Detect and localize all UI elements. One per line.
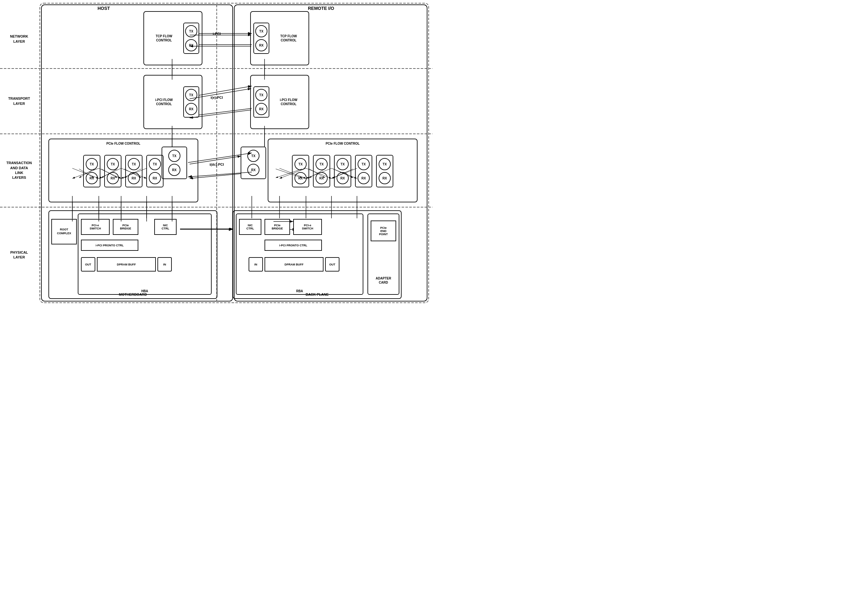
layer-physical: PHYSICALLAYER	[0, 209, 38, 301]
root-complex: ROOTCOMPLEX	[51, 219, 77, 244]
txrx-host-4-tx: TX	[149, 158, 161, 170]
txrx-remote-1-tx: TX	[294, 158, 307, 170]
adapter-card: PCIeENDPOINT ADAPTERCARD	[368, 214, 399, 295]
txrx-remote-5-tx: TX	[379, 158, 391, 170]
txrx-remote-2-rx: RX	[316, 172, 328, 184]
txrx-remote-4-tx: TX	[358, 158, 370, 170]
tcp-flow-host: TCP FLOWCONTROL TX RX	[143, 11, 202, 65]
tcp-flow-remote: TX RX TCP FLOWCONTROL	[250, 11, 309, 65]
ipci-flow-host: i-PCI FLOWCONTROL TX RX	[143, 75, 202, 129]
diagram-container: NETWORKLAYER TRANSPORTLAYER TRANSACTIONA…	[0, 0, 432, 308]
dpram-buff-remote: DPRAM BUFF	[264, 257, 324, 272]
ipci-pronto-remote: i-PCI PRONTO CTRL	[264, 240, 322, 251]
pcie-flow-remote: PCIe FLOW CONTROL TX RX TX RX TX RX TX R…	[268, 138, 418, 202]
out-host: OUT	[81, 257, 95, 272]
in-remote: IN	[248, 257, 263, 272]
host-title: HOST	[96, 6, 112, 11]
layer-transport: TRANSPORTLAYER	[0, 70, 38, 132]
txrx-host-4-rx: RX	[149, 172, 161, 184]
dpram-buff-host: DPRAM BUFF	[97, 257, 156, 272]
backplane-box: BACK PLANE RBA NICCTRL PCIeBRIDGE PCI-eS…	[233, 210, 402, 299]
idc-pci-label: i(dc)-PCI	[209, 162, 224, 167]
txrx-remote-5-rx: RX	[379, 172, 391, 184]
in-host: IN	[157, 257, 172, 272]
txrx-host-2-tx: TX	[107, 158, 119, 170]
pcie-endpoint: PCIeENDPOINT	[371, 220, 396, 241]
motherboard-box: MOTHERBOARD HBA ROOTCOMPLEX PCI-eSWITCH …	[49, 210, 217, 299]
txrx-host-2-rx: RX	[107, 172, 119, 184]
pcie-middle-txrx: TX RX	[162, 146, 187, 179]
txrx-remote-3-tx: TX	[337, 158, 349, 170]
pcie-bridge-remote: PCIeBRIDGE	[264, 219, 290, 235]
ipci-label: i-PCI	[212, 32, 220, 36]
txrx-host-1-tx: TX	[86, 158, 98, 170]
pcie-switch-remote: PCI-eSWITCH	[293, 219, 322, 235]
ipci-flow-remote: TX RX i-PCI FLOWCONTROL	[250, 75, 309, 129]
ipci-pronto-host: i-PCI PRONTO CTRL	[81, 240, 138, 251]
ie-pci-label: i(e)-PCI	[211, 96, 223, 99]
txrx-host-3-tx: TX	[128, 158, 140, 170]
pcie-remote-middle-txrx: TX RX	[241, 146, 266, 179]
txrx-host-3-rx: RX	[128, 172, 140, 184]
hba-box: HBA ROOTCOMPLEX PCI-eSWITCH PCIeBRIDGE N…	[78, 214, 212, 295]
pcie-bridge-host: PCIeBRIDGE	[113, 219, 138, 235]
layer-network: NETWORKLAYER	[0, 9, 38, 69]
txrx-remote-1-rx: RX	[294, 172, 307, 184]
txrx-remote-4-rx: RX	[358, 172, 370, 184]
out-remote: OUT	[325, 257, 340, 272]
remote-io-title: REMOTE I/O	[306, 6, 336, 11]
txrx-remote-2-tx: TX	[316, 158, 328, 170]
rba-box: RBA NICCTRL PCIeBRIDGE PCI-eSWITCH i-PCI…	[236, 214, 363, 295]
nic-ctrl-remote: NICCTRL	[239, 219, 261, 235]
layer-transaction: TRANSACTIONAND DATALINKLAYERS	[0, 135, 38, 206]
txrx-host-1-rx: RX	[86, 172, 98, 184]
pcie-switch-host: PCI-eSWITCH	[81, 219, 110, 235]
nic-ctrl-host: NICCTRL	[154, 219, 176, 235]
txrx-remote-3-rx: RX	[337, 172, 349, 184]
